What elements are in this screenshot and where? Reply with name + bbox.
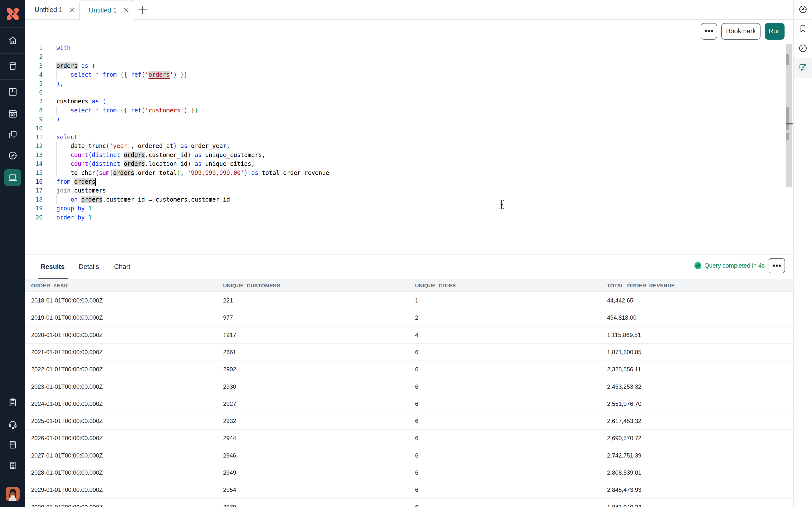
table-cell: 6 (409, 395, 601, 412)
table-row: 2030-01-01T00:00:00.000Z287961,841,049.3… (25, 499, 793, 507)
rail-item-ai-chat[interactable] (794, 58, 812, 78)
table-cell: 2029-01-01T00:00:00.000Z (25, 481, 217, 498)
line-number[interactable]: 17 (25, 186, 43, 195)
history-clock-icon (798, 44, 808, 54)
code-line-6[interactable]: 6 (25, 88, 793, 97)
sidebar-item-docs-book[interactable] (0, 437, 25, 453)
line-number[interactable]: 9 (25, 115, 43, 124)
line-number[interactable]: 10 (25, 124, 43, 133)
code-line-18[interactable]: 18 on orders.customer_id = customers.cus… (25, 195, 793, 204)
close-icon[interactable] (68, 6, 76, 13)
code-line-10[interactable]: 10 (25, 124, 793, 133)
tab-untitled-1-active[interactable]: Untitled 1 (80, 0, 134, 20)
code-line-5[interactable]: 5), (25, 79, 793, 88)
ellipsis-icon (708, 30, 710, 32)
line-number[interactable]: 11 (25, 133, 43, 142)
editor-scrollbar[interactable] (786, 44, 792, 187)
sql-code-editor[interactable]: 1with23orders as (4 select * from {{ ref… (25, 43, 793, 254)
code-line-15[interactable]: 15 to_char(sum(orders.order_total), '999… (25, 169, 793, 177)
results-tab-chart[interactable]: Chart (110, 255, 134, 279)
rail-item-compass[interactable] (794, 0, 812, 19)
code-text: to_char(sum(orders.order_total), '999,99… (56, 169, 329, 177)
line-number[interactable]: 3 (25, 61, 43, 70)
line-number[interactable]: 20 (25, 213, 43, 222)
line-number[interactable]: 7 (25, 97, 43, 106)
table-cell: 2930 (217, 378, 409, 395)
user-avatar[interactable] (6, 487, 19, 501)
tab-untitled-1[interactable]: Untitled 1 (25, 0, 80, 19)
code-line-3[interactable]: 3orders as ( (25, 61, 793, 70)
line-number[interactable]: 6 (25, 88, 43, 97)
table-cell: 6 (409, 499, 601, 507)
tab-label: Untitled 1 (89, 7, 117, 14)
table-row: 2024-01-01T00:00:00.000Z292762,551,076.7… (25, 395, 793, 412)
code-line-16[interactable]: 16from orders (25, 177, 793, 186)
compass-icon (8, 151, 18, 160)
check-circle-icon (694, 262, 702, 269)
sidebar-item-editor-laptop[interactable] (0, 169, 25, 186)
column-header-unique_customers[interactable]: UNIQUE_CUSTOMERS (217, 279, 409, 292)
line-number[interactable]: 15 (25, 169, 43, 177)
new-tab-button[interactable] (138, 5, 147, 14)
editor-more-options-button[interactable] (701, 23, 717, 40)
sidebar-item-headset[interactable] (0, 416, 25, 433)
column-header-order_year[interactable]: ORDER_YEAR (25, 279, 217, 292)
run-button-label: Run (769, 27, 781, 35)
line-number[interactable]: 4 (25, 70, 43, 79)
compass-icon (798, 5, 808, 15)
table-cell: 2661 (217, 344, 409, 361)
sidebar-item-clipboard[interactable] (0, 394, 25, 411)
code-line-4[interactable]: 4 select * from {{ ref('orders') }} (25, 70, 793, 79)
table-cell: 2020-01-01T00:00:00.000Z (25, 327, 217, 344)
code-line-8[interactable]: 8 select * from {{ ref('customers') }} (25, 106, 793, 115)
sidebar-item-data-assets[interactable] (0, 58, 25, 74)
rail-item-bookmark[interactable] (794, 19, 812, 39)
line-number[interactable]: 5 (25, 79, 43, 88)
code-text: select (56, 133, 78, 142)
line-number[interactable]: 12 (25, 142, 43, 150)
close-icon[interactable] (122, 7, 130, 14)
code-line-9[interactable]: 9) (25, 115, 793, 124)
column-header-unique_cities[interactable]: UNIQUE_CITIES (409, 279, 601, 292)
line-number[interactable]: 14 (25, 160, 43, 168)
code-line-2[interactable]: 2 (25, 52, 793, 61)
results-more-options-button[interactable] (769, 258, 785, 273)
sidebar-item-code-window[interactable] (0, 106, 25, 122)
code-window-icon (8, 109, 18, 119)
line-number[interactable]: 8 (25, 106, 43, 115)
code-line-20[interactable]: 20order by 1 (25, 213, 793, 222)
paradime-logo-icon[interactable] (0, 4, 25, 23)
line-number[interactable]: 16 (25, 177, 43, 186)
code-text: date_trunc('year', ordered_at) as order_… (56, 142, 230, 150)
sidebar-item-organization-building[interactable] (0, 457, 25, 474)
column-header-total_order_revenue[interactable]: TOTAL_ORDER_REVENUE (601, 279, 793, 292)
line-number[interactable]: 18 (25, 195, 43, 204)
results-tab-results[interactable]: Results (38, 255, 68, 279)
code-line-12[interactable]: 12 date_trunc('year', ordered_at) as ord… (25, 142, 793, 150)
code-line-7[interactable]: 7customers as ( (25, 97, 793, 106)
results-tab-details[interactable]: Details (75, 255, 103, 279)
code-line-17[interactable]: 17join customers (25, 186, 793, 195)
sidebar-divider (0, 53, 25, 54)
code-text: with (56, 44, 70, 52)
sidebar-item-apps-grid[interactable] (0, 83, 25, 100)
line-number[interactable]: 2 (25, 52, 43, 61)
code-line-13[interactable]: 13 count(distinct orders.customer_id) as… (25, 151, 793, 160)
line-number[interactable]: 19 (25, 204, 43, 213)
code-line-1[interactable]: 1with (25, 44, 793, 52)
sidebar-item-compass[interactable] (0, 147, 25, 164)
code-line-19[interactable]: 19group by 1 (25, 204, 793, 213)
table-cell: 2024-01-01T00:00:00.000Z (25, 395, 217, 412)
table-row: 2019-01-01T00:00:00.000Z9772494,818.00 (25, 309, 793, 326)
code-line-14[interactable]: 14 count(distinct orders.location_id) as… (25, 160, 793, 168)
line-number[interactable]: 1 (25, 44, 43, 52)
code-line-11[interactable]: 11select (25, 133, 793, 142)
query-status: Query completed in 4s (694, 255, 785, 279)
run-button[interactable]: Run (765, 23, 784, 40)
sidebar-item-copy-windows[interactable] (0, 126, 25, 143)
code-text: ) (56, 115, 60, 124)
sidebar-item-home[interactable] (0, 32, 25, 49)
rail-item-history-clock[interactable] (794, 39, 812, 58)
bookmark-button[interactable]: Bookmark (721, 23, 761, 40)
line-number[interactable]: 13 (25, 151, 43, 160)
